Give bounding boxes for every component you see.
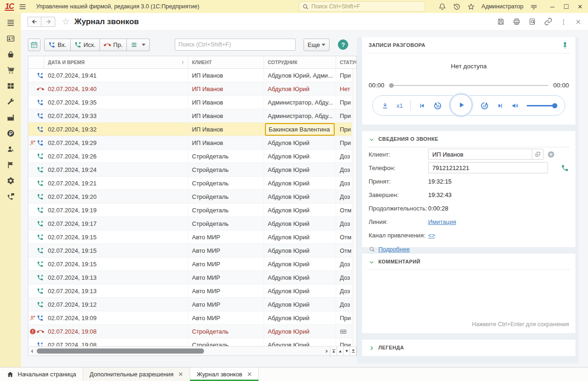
sidebar-item-gear[interactable] bbox=[4, 175, 17, 186]
table-row[interactable]: 02.07.2024, 19:32ИП ИвановБакинская Вале… bbox=[28, 123, 357, 136]
cell-datetime[interactable]: 02.07.2024, 19:24 bbox=[44, 163, 188, 176]
table-row[interactable]: 02.07.2024, 19:26СтройдетальАбдулов Юрий… bbox=[28, 150, 357, 163]
cell-employee[interactable]: Администратор, Абду... bbox=[264, 96, 336, 109]
global-search[interactable] bbox=[299, 1, 425, 12]
cell-employee[interactable]: Абдулов Юрий bbox=[264, 177, 336, 190]
go-bottom-button[interactable] bbox=[350, 347, 357, 355]
cell-datetime[interactable]: 02.07.2024, 19:09 bbox=[44, 311, 188, 324]
table-row[interactable]: 02.07.2024, 19:15Авто МИРАбдулов ЮрийДоз bbox=[28, 257, 357, 271]
cell-employee[interactable]: Бакинская Валентина bbox=[264, 123, 336, 136]
forward-button[interactable] bbox=[41, 17, 55, 27]
notifications-bell-icon[interactable] bbox=[438, 2, 446, 10]
table-row[interactable]: 02.07.2024, 19:17СтройдетальАбдулов Юрий… bbox=[28, 217, 357, 230]
cell-employee[interactable]: Абдулов Юрий bbox=[264, 284, 336, 297]
cell-employee[interactable]: Абдулов Юрий bbox=[264, 325, 336, 338]
cell-employee[interactable]: Абдулов Юрий bbox=[264, 244, 336, 257]
go-top-button[interactable] bbox=[330, 347, 337, 355]
cell-datetime[interactable]: 02.07.2024, 19:41 bbox=[44, 69, 188, 82]
table-row[interactable]: 02.07.2024, 19:33ИП ИвановАдминистратор,… bbox=[28, 109, 357, 123]
close-form-icon[interactable] bbox=[575, 18, 581, 26]
cell-datetime[interactable]: 02.07.2024, 19:15 bbox=[44, 244, 188, 257]
table-row[interactable]: 02.07.2024, 19:40ИП ИвановАбдулов ЮрийНе… bbox=[28, 82, 357, 96]
vertical-scrollbar[interactable] bbox=[352, 69, 357, 346]
cell-employee[interactable]: Абдулов Юрий bbox=[264, 298, 336, 311]
skip-end-icon[interactable] bbox=[497, 102, 504, 109]
volume-thumb[interactable] bbox=[552, 103, 557, 108]
sidebar-item-basket[interactable] bbox=[4, 48, 17, 60]
preview-icon[interactable] bbox=[529, 18, 536, 26]
filter-incoming-button[interactable]: Вх. bbox=[44, 39, 71, 51]
save-icon[interactable] bbox=[497, 18, 505, 26]
list-search-input[interactable] bbox=[178, 41, 292, 48]
cell-employee[interactable]: Абдулов Юрий bbox=[264, 271, 336, 284]
cell-client[interactable]: ИП Иванов bbox=[188, 109, 264, 122]
help-button[interactable]: ? bbox=[338, 39, 348, 50]
cell-datetime[interactable]: 02.07.2024, 19:13 bbox=[44, 271, 188, 284]
scroll-left-icon[interactable] bbox=[28, 347, 35, 355]
collapse-chevron-icon[interactable] bbox=[369, 258, 375, 265]
sidebar-item-flag[interactable] bbox=[4, 159, 17, 171]
cell-client[interactable]: Авто МИР bbox=[188, 271, 264, 284]
sidebar-item-people[interactable] bbox=[4, 143, 17, 155]
cell-employee[interactable]: Абдулов Юрий bbox=[264, 257, 336, 270]
play-button[interactable] bbox=[450, 94, 472, 116]
table-row[interactable]: 02.07.2024, 19:13Авто МИРАбдулов ЮрийДоз bbox=[28, 284, 357, 298]
cell-datetime[interactable]: 02.07.2024, 19:32 bbox=[44, 123, 188, 136]
details-link[interactable]: Подробнее bbox=[378, 246, 410, 253]
service-menu-icon[interactable] bbox=[530, 2, 538, 10]
cell-employee[interactable]: Абдулов Юрий bbox=[264, 230, 336, 243]
main-menu-icon[interactable] bbox=[19, 2, 26, 10]
view-mode-button[interactable] bbox=[127, 39, 150, 51]
window-tab-3[interactable]: Журнал звонков✕ bbox=[190, 368, 259, 381]
line-link[interactable]: Имитация bbox=[428, 218, 456, 225]
volume-slider[interactable] bbox=[527, 105, 556, 106]
minimize-button[interactable]: ─ bbox=[549, 3, 555, 10]
column-client[interactable]: КЛИЕНТ bbox=[188, 56, 264, 68]
cell-datetime[interactable]: 02.07.2024, 19:08 bbox=[44, 325, 188, 338]
tab-close-icon[interactable]: ✕ bbox=[178, 371, 183, 378]
skip-start-icon[interactable] bbox=[418, 102, 425, 109]
table-row[interactable]: 02.07.2024, 19:13Авто МИРАбдулов ЮрийДоз bbox=[28, 271, 357, 284]
sidebar-item-menu[interactable] bbox=[4, 17, 17, 28]
cell-client[interactable]: ИП Иванов bbox=[188, 136, 264, 149]
favorites-star-icon[interactable] bbox=[467, 2, 475, 10]
go-down-button[interactable] bbox=[344, 347, 350, 355]
window-tab-2[interactable]: Дополнительные разрешения✕ bbox=[83, 368, 190, 381]
seek-thumb[interactable] bbox=[389, 83, 394, 88]
sidebar-item-cart[interactable] bbox=[4, 64, 17, 76]
cell-datetime[interactable]: 02.07.2024, 19:21 bbox=[44, 177, 188, 190]
cell-employee[interactable]: Абдулов Юрий bbox=[264, 190, 336, 203]
go-up-button[interactable] bbox=[337, 347, 344, 355]
window-tab-1[interactable]: Начальная страница bbox=[0, 368, 83, 381]
phone-input[interactable]: 79121212121 bbox=[428, 162, 548, 173]
cell-client[interactable]: Стройдеталь bbox=[188, 163, 264, 176]
cell-client[interactable]: Стройдеталь bbox=[188, 325, 264, 338]
cell-datetime[interactable]: 02.07.2024, 19:12 bbox=[44, 298, 188, 311]
user-name[interactable]: Администратор bbox=[482, 3, 523, 10]
cell-client[interactable]: Авто МИР bbox=[188, 230, 264, 243]
table-row[interactable]: 02.07.2024, 19:35ИП ИвановАдминистратор,… bbox=[28, 96, 357, 109]
cell-employee[interactable]: Абдулов Юрий bbox=[264, 163, 336, 176]
column-employee[interactable]: СОТРУДНИК bbox=[264, 56, 336, 68]
comment-textarea[interactable] bbox=[369, 270, 569, 312]
cell-datetime[interactable]: 02.07.2024, 19:26 bbox=[44, 150, 188, 163]
sidebar-item-grid[interactable] bbox=[4, 80, 17, 92]
cell-datetime[interactable]: 02.07.2024, 19:29 bbox=[44, 136, 188, 149]
cell-datetime[interactable]: 02.07.2024, 19:19 bbox=[44, 204, 188, 217]
download-icon[interactable] bbox=[381, 101, 389, 109]
close-window-button[interactable]: ✕ bbox=[577, 3, 583, 10]
cell-client[interactable]: Стройдеталь bbox=[188, 204, 264, 217]
cell-datetime[interactable]: 02.07.2024, 19:15 bbox=[44, 230, 188, 243]
cell-client[interactable]: ИП Иванов bbox=[188, 123, 264, 136]
period-calendar-button[interactable] bbox=[28, 39, 40, 51]
cell-client[interactable]: ИП Иванов bbox=[188, 96, 264, 109]
table-row[interactable]: 02.07.2024, 19:15Авто МИРАбдулов ЮрийОтм bbox=[28, 230, 357, 244]
cell-datetime[interactable]: 02.07.2024, 19:15 bbox=[44, 257, 188, 270]
table-row[interactable]: 02.07.2024, 19:21СтройдетальАбдулов Юрий… bbox=[28, 177, 357, 190]
call-phone-icon[interactable] bbox=[561, 164, 569, 171]
table-row[interactable]: 02.07.2024, 19:09Авто МИРАбдулов ЮрийПри bbox=[28, 311, 357, 325]
channel-link[interactable]: <> bbox=[428, 232, 435, 239]
cell-datetime[interactable]: 02.07.2024, 19:40 bbox=[44, 82, 188, 95]
maximize-button[interactable]: ☐ bbox=[563, 3, 569, 10]
cell-employee[interactable]: Абдулов Юрий bbox=[264, 136, 336, 149]
